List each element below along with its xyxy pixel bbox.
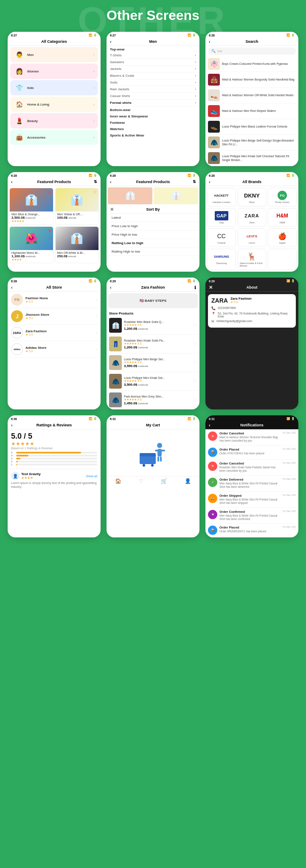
wishlist-icon-5[interactable]: ♡	[193, 398, 197, 402]
cat-item-women[interactable]: 👩Women ›	[10, 64, 98, 79]
info-icon[interactable]: ℹ	[194, 285, 196, 290]
notif-cancelled-2[interactable]: ✕ Order Cancelled Roadster Men Khaki Sol…	[205, 459, 298, 476]
nav-profile[interactable]: 👤	[185, 478, 191, 484]
search-result-4[interactable]: 👟 Mast & Harbour Men Red Striped Sliders	[205, 103, 298, 119]
sort-latest[interactable]: Latest	[107, 214, 199, 222]
product-heart-2[interactable]: ♡	[93, 190, 97, 195]
header-men: ‹ Men	[107, 38, 199, 46]
menu-jackets[interactable]: Jackets›	[107, 66, 199, 72]
back-arrow-ratings[interactable]: ‹	[11, 423, 13, 428]
wishlist-icon-1[interactable]: ♡	[193, 323, 197, 328]
time-1: 6:27	[11, 34, 17, 37]
zara-product-1[interactable]: 👔 Roadster Men Black Solid Q... ★★★★★ 4.…	[107, 316, 199, 335]
menu-casual-shirts[interactable]: Casual Shirts›	[107, 93, 199, 100]
notif-delivered[interactable]: ✓ Order Delivered Men Navy Blue & White …	[205, 476, 298, 492]
notif-cancelled-1[interactable]: ✕ Order Cancelled Mast & Harbour Women T…	[205, 429, 298, 445]
brand-pretty-green[interactable]: PG Pretty Green	[268, 188, 297, 206]
product-card-2[interactable]: 👔 ♡ Men Yellow & Off-... 100.0$200.0$	[55, 188, 99, 225]
sort-price-high[interactable]: Price High to low	[107, 231, 199, 239]
menu-sweaters[interactable]: Sweaters›	[107, 59, 199, 66]
nav-home[interactable]: 🏠	[115, 478, 121, 484]
menu-tshirts[interactable]: T-Shirts›	[107, 52, 199, 59]
notif-confirmed[interactable]: ★ Order Confirmed Men Navy Blue & White …	[205, 508, 298, 524]
brand-dkny[interactable]: DKNY Dkny	[238, 188, 267, 206]
search-result-1[interactable]: 👘 Boys Cream-Coloured Printed Kurta with…	[205, 56, 298, 72]
cat-item-beauty[interactable]: 💄Beauty ›	[10, 113, 98, 128]
cart-empty-state	[107, 429, 199, 476]
brand-hackett[interactable]: HACKETT Hackett London	[207, 188, 236, 206]
menu-blazers[interactable]: Blazers & Coats›	[107, 72, 199, 79]
search-result-3[interactable]: 👡 Mast & Harbour Women Off-White Solid H…	[205, 88, 298, 103]
sort-close-button[interactable]: ✕	[110, 207, 114, 212]
cat-item-accessories[interactable]: 👜Accessories ›	[10, 130, 98, 145]
brand-abercrombie[interactable]: 🦌 Abercrombie & Fitch Moose	[238, 249, 267, 270]
zara-store-banner: 🇺🇸 BABY STEPS	[108, 293, 198, 308]
menu-rain-jackets[interactable]: Rain Jackets›	[107, 86, 199, 93]
back-arrow-featured-2[interactable]: ‹	[110, 179, 112, 184]
cat-item-kids[interactable]: 👕Kids ›	[10, 80, 98, 95]
menu-suits[interactable]: Suits›	[107, 79, 199, 86]
store-adidas[interactable]: adidas Adidas Store ★ 5.0 ›	[8, 341, 101, 358]
nav-cart[interactable]: 🛒	[161, 478, 167, 484]
product-heart-4[interactable]: ♡	[93, 228, 97, 233]
back-arrow-store[interactable]: ‹	[11, 285, 13, 290]
svg-point-8	[143, 464, 145, 467]
notif-placed-1[interactable]: 📦 Order Placed Order #791Y294X1 has been…	[205, 445, 298, 459]
store-rating-adidas: ★ 5.0	[25, 350, 46, 353]
sort-price-low[interactable]: Price Low to high	[107, 222, 199, 231]
search-result-2[interactable]: 👜 Mast & Harbour Women Burgundy Solid Ha…	[205, 72, 298, 88]
status-bar-10: 6:30 📶🔋	[8, 415, 101, 421]
back-arrow-search[interactable]: ‹	[209, 39, 211, 44]
zara-product-2[interactable]: 👖 Roadster Men Khaki Solid Pa... ★★★★★ 4…	[107, 335, 199, 353]
search-bar[interactable]: 🔍 ma	[208, 47, 296, 55]
sort-rating-low[interactable]: Ratting Low to high	[107, 239, 199, 248]
search-results: 👘 Boys Cream-Coloured Printed Kurta with…	[205, 56, 298, 166]
product-card-3[interactable]: 🌺 ♥ Highlander Mens W... 1,100.0$2,000.0…	[9, 226, 53, 263]
back-arrow-notif[interactable]: ‹	[209, 423, 211, 428]
product-heart-1[interactable]: ♥	[49, 190, 51, 195]
zara-product-5[interactable]: 🧥 Park Avenue Men Grey Slim... ★★★★★ 4.6…	[107, 391, 199, 409]
header-title-notif: Notifications	[240, 423, 264, 427]
store-name-adidas: Adidas Store	[25, 346, 46, 350]
search-result-6[interactable]: 🧥 Louis Philippe Men Beige Self-Design S…	[205, 135, 298, 150]
nav-wishlist[interactable]: ♡	[139, 478, 143, 484]
cat-item-men[interactable]: 👨Men ›	[10, 47, 98, 62]
brand-chanel[interactable]: CC Chanel	[207, 228, 236, 247]
store-zara[interactable]: ZARA Zara Fashion ★ 5.0 ›	[8, 325, 101, 341]
sort-icon-featured-2[interactable]: ⇅	[193, 180, 196, 184]
store-fashion-nova[interactable]: FN Fashion Nova ★ 5.0 ›	[8, 292, 101, 308]
store-jhonson[interactable]: J Jhonson Store ★ 5.0 ›	[8, 308, 101, 325]
store-avatar-j: J	[11, 310, 23, 322]
brand-apple[interactable]: 🍎 Apple	[268, 228, 297, 247]
back-arrow-featured[interactable]: ‹	[11, 179, 13, 184]
search-result-5[interactable]: 👞 Louis Philippe Men Black Leather Forma…	[205, 119, 298, 135]
zara-product-3[interactable]: 🧥 Louis Philippe Men Beige Sel... ★★★★★ …	[107, 353, 199, 372]
product-heart-3[interactable]: ♥	[49, 228, 51, 233]
cat-item-home[interactable]: 🏠Home & Living ›	[10, 97, 98, 112]
header-title-zara: Zara Fashion	[141, 285, 165, 289]
brand-zara[interactable]: ZARA Zara	[238, 208, 267, 227]
notif-shipped[interactable]: 🚚 Order Shipped Men Navy Blue & White Sl…	[205, 492, 298, 508]
notif-placed-2[interactable]: 📦 Order Placed Order M52085200Y1 has bee…	[205, 523, 298, 537]
wishlist-icon-3[interactable]: ♡	[193, 360, 197, 365]
search-result-7[interactable]: 🧥 Louis Philippe Men Khaki Self Checked …	[205, 150, 298, 166]
menu-formal-shirts[interactable]: Formal shirts›	[107, 100, 199, 106]
back-arrow-men[interactable]: ‹	[110, 39, 112, 44]
women-icon: 👩	[14, 66, 25, 77]
rating-bars: 5 4 3 2 1	[11, 451, 97, 466]
product-card-4[interactable]: 👔 ♡ Men Off-White & Bl... 250.0$500.0$	[55, 226, 99, 263]
sort-icon-featured[interactable]: ⇅	[94, 180, 97, 184]
sort-rating-high[interactable]: Ratting High to low	[107, 248, 199, 256]
zara-product-4[interactable]: 🧥 Louis Philippe Men Khaki Sel... ★★★★★ …	[107, 372, 199, 391]
product-card-1[interactable]: 👔 ♥ Men Blue & Orange... 2,500.0$5,000.0…	[9, 188, 53, 225]
close-about[interactable]: ✕	[209, 285, 213, 290]
show-all-button[interactable]: Show all	[86, 475, 97, 478]
brand-samsung[interactable]: SAMSUNG Samsung	[207, 249, 236, 270]
brand-levis[interactable]: LEVI'S Levi's	[238, 228, 267, 247]
back-arrow-zara[interactable]: ‹	[110, 285, 112, 290]
brand-hm[interactable]: H&M H&M	[268, 208, 297, 227]
brand-gap[interactable]: GAP Gap	[207, 208, 236, 227]
wishlist-icon-4[interactable]: ♡	[193, 379, 197, 384]
back-arrow-brands[interactable]: ‹	[209, 179, 211, 184]
wishlist-icon-2[interactable]: ♡	[193, 342, 197, 346]
